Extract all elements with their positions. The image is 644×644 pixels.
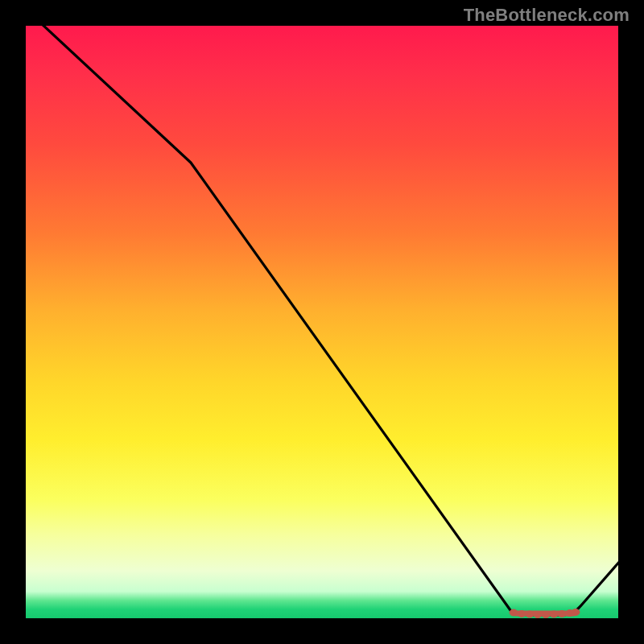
svg-rect-9: [514, 611, 576, 616]
bottleneck-curve-line: [26, 26, 618, 615]
plot-area: [26, 26, 618, 618]
marker-lobe: [510, 609, 580, 618]
chart-svg-layer: [26, 26, 618, 618]
chart-frame: TheBottleneck.com: [0, 0, 644, 644]
watermark-text: TheBottleneck.com: [464, 5, 630, 26]
